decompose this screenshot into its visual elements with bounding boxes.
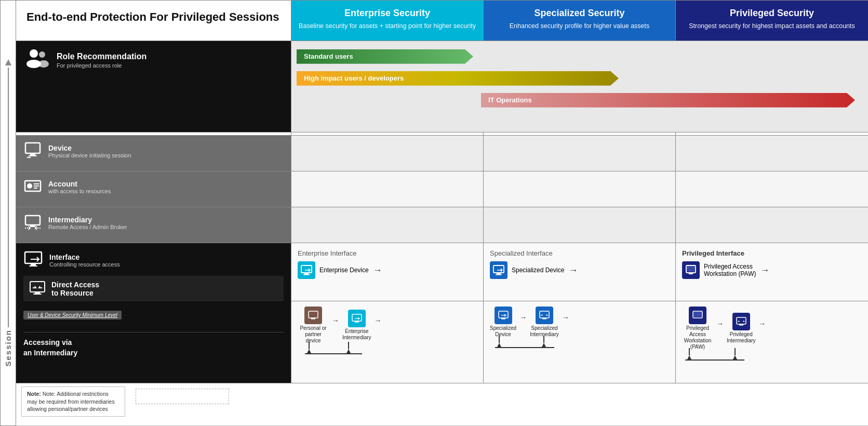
privileged-device-icon [682,261,700,279]
privileged-arrow: → [760,265,769,276]
device-icon [23,141,42,161]
privileged-header: Privileged Security Strongest security f… [676,1,869,41]
svg-rect-38 [355,321,359,323]
standard-users-bar: Standard users [297,49,868,64]
svg-rect-5 [30,153,35,155]
enterprise-interface-label: Enterprise Interface [298,249,477,257]
specialized-device-label: Specialized Device [512,267,564,274]
svg-point-9 [27,183,32,189]
session-label: Session [4,329,12,367]
svg-rect-23 [33,294,42,295]
svg-rect-18 [31,263,36,265]
specialized-interface-label: Specialized Interface [490,249,669,257]
svg-rect-6 [29,155,37,156]
role-title: Role Recommendation [57,52,146,61]
interface-title: Interface [49,253,120,261]
direct-access-icon [29,279,46,298]
svg-rect-30 [496,274,502,275]
privileged-interface-cell: Privileged Interface Privileged Access W… [676,243,869,301]
svg-rect-46 [693,312,702,317]
svg-rect-26 [303,274,310,275]
account-privileged-cell [676,171,869,207]
note-label: Note: [27,391,41,397]
device-subtitle: Physical device initiating session [48,152,131,158]
enterprise-header: Enterprise Security Baseline security fo… [291,1,484,41]
note-row: Note: Note: Additional restrictions may … [16,383,869,426]
svg-rect-14 [30,225,35,227]
svg-rect-19 [29,265,37,267]
accessing-title: Accessing viaan Intermediary [23,338,284,358]
svg-rect-22 [35,292,40,294]
svg-rect-21 [30,282,45,292]
intermediary-subtitle: Remote Access / Admin Broker [48,224,127,230]
svg-rect-44 [542,318,546,320]
privileged-desc: Strongest security for highest impact as… [681,22,863,31]
svg-rect-41 [501,318,505,320]
account-title: Account [48,180,111,188]
dashed-indicator [136,389,229,404]
privileged-intermediary-cell: Privileged AccessWorkstation (PAW) → [676,301,869,383]
enterprise-arrow: → [373,265,382,276]
session-line [8,68,9,327]
enterprise-interface-cell: Enterprise Interface Enterprise Devi [291,243,484,301]
svg-rect-40 [499,311,508,318]
svg-point-0 [30,49,38,58]
enterprise-device-label: Enterprise Device [319,267,369,274]
note-box: Note: Note: Additional restrictions may … [21,387,125,417]
svg-rect-4 [25,143,40,153]
specialized-intermediary-icon [536,307,553,324]
privileged-interface-label: Privileged Interface [682,249,862,257]
high-impact-bar: High impact users / developers [297,71,868,86]
enterprise-title: Enterprise Security [297,8,478,19]
intermediary-title: Intermediary [48,216,127,224]
svg-rect-17 [25,252,42,263]
device-title: Device [48,144,131,152]
personal-device-label: Personal orpartner device [298,325,329,344]
svg-point-2 [39,51,45,58]
enterprise-intermediary-cell: Personal orpartner device → [291,301,484,383]
device-privileged-cell [676,136,869,171]
specialized-device-icon2 [495,307,512,324]
session-up-arrow [5,59,11,65]
role-arrows-cell: Standard users High impact users / devel… [291,41,869,132]
svg-rect-35 [309,311,318,318]
specialized-title: Specialized Security [489,8,670,19]
svg-point-3 [38,60,49,68]
privileged-intermediary-icon [732,313,750,330]
intermediary-specialized-cell [484,207,676,243]
svg-rect-36 [311,318,315,320]
it-ops-label: IT Operations [488,96,532,104]
role-subtitle: For privileged access role [57,62,146,69]
intermediary-row-left: Intermediary Remote Access / Admin Broke… [16,207,291,243]
device-row-left: Device Physical device initiating sessio… [16,136,291,171]
role-left-cell: Role Recommendation For privileged acces… [16,41,291,132]
specialized-desc: Enhanced security profile for higher val… [489,22,670,31]
enterprise-intermediary-icon [348,310,366,327]
intermediary-enterprise-cell [291,207,484,243]
enterprise-device-icon [298,261,315,279]
paw-icon [689,307,706,324]
interface-icon [23,249,43,271]
intermediary-icon [23,212,42,233]
min-level-badge: User & Device Security Minimum Level [23,311,122,320]
svg-rect-37 [352,314,362,321]
svg-rect-13 [25,216,40,225]
svg-rect-43 [540,311,549,318]
device-enterprise-cell [291,136,484,171]
specialized-header: Specialized Security Enhanced security p… [484,1,676,41]
privileged-device-label: Privileged Access Workstation (PAW) [704,263,756,277]
enterprise-desc: Baseline security for assets + starting … [297,22,478,31]
privileged-intermediary-label: PrivilegedIntermediary [727,331,756,344]
it-ops-bar: IT Operations [481,93,868,108]
role-icon [24,48,49,73]
account-row-left: Account with access to resources [16,171,291,207]
account-subtitle: with access to resources [48,188,111,194]
specialized-device-icon [490,261,508,279]
specialized-device-label2: SpecializedDevice [490,325,516,338]
intermediary-privileged-cell [676,207,869,243]
interface-left-cell: Interface Controlling resource access [16,243,291,383]
personal-device-icon [304,307,322,324]
direct-access-title: Direct Accessto Resource [51,281,99,297]
enterprise-intermediary-label: EnterpriseIntermediary [342,328,371,341]
main-title: End-to-end Protection For Privileged Ses… [26,10,281,25]
